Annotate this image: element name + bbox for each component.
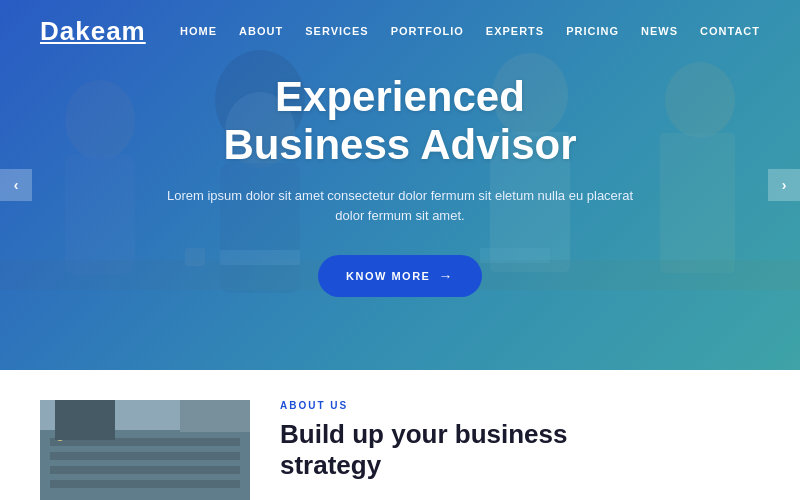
nav-experts[interactable]: EXPERTS bbox=[486, 25, 544, 37]
hero-section: Dakeam HOME ABOUT SERVICES PORTFOLIO EXP… bbox=[0, 0, 800, 370]
svg-rect-21 bbox=[180, 400, 250, 432]
nav-services[interactable]: SERVICES bbox=[305, 25, 368, 37]
slider-next-button[interactable]: › bbox=[768, 169, 800, 201]
main-nav: HOME ABOUT SERVICES PORTFOLIO EXPERTS PR… bbox=[180, 25, 760, 37]
about-section: ABOUT US Build up your business strategy bbox=[0, 370, 800, 500]
svg-rect-17 bbox=[50, 466, 240, 474]
chevron-left-icon: ‹ bbox=[14, 177, 19, 193]
hero-title: Experienced Business Advisor bbox=[160, 73, 640, 170]
svg-point-20 bbox=[55, 431, 65, 441]
hero-description: Lorem ipsum dolor sit amet consectetur d… bbox=[160, 186, 640, 228]
about-building-image bbox=[40, 400, 250, 500]
nav-contact[interactable]: CONTACT bbox=[700, 25, 760, 37]
know-more-button[interactable]: KNOW MORE → bbox=[318, 255, 482, 297]
nav-home[interactable]: HOME bbox=[180, 25, 217, 37]
nav-pricing[interactable]: PRICING bbox=[566, 25, 619, 37]
slider-prev-button[interactable]: ‹ bbox=[0, 169, 32, 201]
svg-rect-18 bbox=[50, 480, 240, 488]
svg-rect-16 bbox=[50, 452, 240, 460]
arrow-right-icon: → bbox=[438, 268, 454, 284]
about-text-content: ABOUT US Build up your business strategy bbox=[280, 400, 760, 481]
site-header: Dakeam HOME ABOUT SERVICES PORTFOLIO EXP… bbox=[0, 0, 800, 62]
nav-about[interactable]: ABOUT bbox=[239, 25, 283, 37]
svg-rect-15 bbox=[50, 438, 240, 446]
nav-portfolio[interactable]: PORTFOLIO bbox=[391, 25, 464, 37]
svg-rect-19 bbox=[58, 408, 62, 436]
hero-content: Experienced Business Advisor Lorem ipsum… bbox=[160, 73, 640, 297]
site-logo[interactable]: Dakeam bbox=[40, 16, 146, 47]
nav-news[interactable]: NEWS bbox=[641, 25, 678, 37]
about-title: Build up your business strategy bbox=[280, 419, 760, 481]
about-label: ABOUT US bbox=[280, 400, 760, 411]
chevron-right-icon: › bbox=[782, 177, 787, 193]
